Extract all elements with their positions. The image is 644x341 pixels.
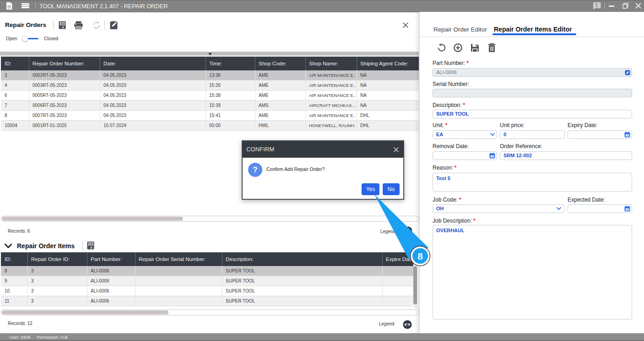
svg-text:8: 8 <box>417 251 423 261</box>
